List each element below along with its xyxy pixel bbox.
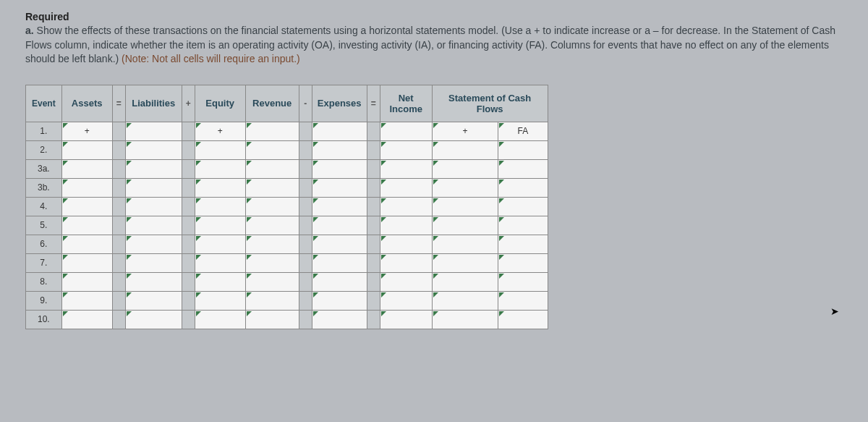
cursor-icon: ➤ xyxy=(830,305,839,317)
net-income-cell[interactable] xyxy=(380,216,432,235)
cash-amount-cell[interactable] xyxy=(432,235,498,253)
separator-cell xyxy=(112,178,125,197)
liabilities-cell[interactable] xyxy=(125,122,182,140)
cash-amount-cell[interactable] xyxy=(432,310,498,329)
liabilities-cell[interactable] xyxy=(125,197,182,216)
cash-type-cell[interactable] xyxy=(498,197,548,216)
cash-type-cell[interactable] xyxy=(498,291,548,310)
cash-amount-cell[interactable] xyxy=(432,140,498,159)
separator-cell xyxy=(367,197,380,216)
header-equals-1: = xyxy=(112,85,125,122)
cash-amount-cell[interactable] xyxy=(432,159,498,178)
assets-cell[interactable] xyxy=(61,216,112,235)
expenses-cell[interactable] xyxy=(312,253,367,272)
equity-cell[interactable] xyxy=(195,291,245,310)
assets-cell[interactable] xyxy=(61,159,112,178)
cash-type-cell[interactable] xyxy=(498,178,548,197)
assets-cell[interactable] xyxy=(61,178,112,197)
expenses-cell[interactable] xyxy=(312,310,367,329)
net-income-cell[interactable] xyxy=(380,140,432,159)
table-row: 2. xyxy=(26,140,548,159)
separator-cell xyxy=(182,140,195,159)
equity-cell[interactable] xyxy=(195,272,245,291)
expenses-cell[interactable] xyxy=(312,291,367,310)
cash-type-cell[interactable] xyxy=(498,216,548,235)
expenses-cell[interactable] xyxy=(312,159,367,178)
cash-amount-cell[interactable] xyxy=(432,272,498,291)
revenue-cell[interactable] xyxy=(245,197,299,216)
revenue-cell[interactable] xyxy=(245,272,299,291)
revenue-cell[interactable] xyxy=(245,122,299,140)
net-income-cell[interactable] xyxy=(380,178,432,197)
cash-amount-cell[interactable] xyxy=(432,197,498,216)
equity-cell[interactable] xyxy=(195,216,245,235)
cash-type-cell[interactable] xyxy=(498,159,548,178)
revenue-cell[interactable] xyxy=(245,140,299,159)
equity-cell[interactable]: + xyxy=(195,122,245,140)
header-assets: Assets xyxy=(61,85,112,122)
expenses-cell[interactable] xyxy=(312,140,367,159)
assets-cell[interactable] xyxy=(61,310,112,329)
revenue-cell[interactable] xyxy=(245,178,299,197)
expenses-cell[interactable] xyxy=(312,272,367,291)
liabilities-cell[interactable] xyxy=(125,272,182,291)
assets-cell[interactable] xyxy=(61,140,112,159)
net-income-cell[interactable] xyxy=(380,253,432,272)
equity-cell[interactable] xyxy=(195,235,245,253)
separator-cell xyxy=(112,140,125,159)
equity-cell[interactable] xyxy=(195,140,245,159)
cash-type-cell[interactable] xyxy=(498,310,548,329)
liabilities-cell[interactable] xyxy=(125,140,182,159)
expenses-cell[interactable] xyxy=(312,197,367,216)
net-income-cell[interactable] xyxy=(380,272,432,291)
separator-cell xyxy=(112,159,125,178)
net-income-cell[interactable] xyxy=(380,197,432,216)
cash-type-cell[interactable] xyxy=(498,272,548,291)
cash-type-cell[interactable]: FA xyxy=(498,122,548,140)
expenses-cell[interactable] xyxy=(312,122,367,140)
event-label: 2. xyxy=(26,140,62,159)
cash-type-cell[interactable] xyxy=(498,140,548,159)
assets-cell[interactable] xyxy=(61,197,112,216)
liabilities-cell[interactable] xyxy=(125,159,182,178)
cash-amount-cell[interactable]: + xyxy=(432,122,498,140)
assets-cell[interactable] xyxy=(61,235,112,253)
liabilities-cell[interactable] xyxy=(125,216,182,235)
net-income-cell[interactable] xyxy=(380,159,432,178)
expenses-cell[interactable] xyxy=(312,235,367,253)
net-income-cell[interactable] xyxy=(380,310,432,329)
equity-cell[interactable] xyxy=(195,178,245,197)
cash-amount-cell[interactable] xyxy=(432,178,498,197)
assets-cell[interactable] xyxy=(61,272,112,291)
cash-amount-cell[interactable] xyxy=(432,216,498,235)
expenses-cell[interactable] xyxy=(312,216,367,235)
cash-amount-cell[interactable] xyxy=(432,291,498,310)
liabilities-cell[interactable] xyxy=(125,235,182,253)
liabilities-cell[interactable] xyxy=(125,253,182,272)
cash-type-cell[interactable] xyxy=(498,253,548,272)
net-income-cell[interactable] xyxy=(380,235,432,253)
equity-cell[interactable] xyxy=(195,197,245,216)
separator-cell xyxy=(367,159,380,178)
liabilities-cell[interactable] xyxy=(125,178,182,197)
net-income-cell[interactable] xyxy=(380,122,432,140)
revenue-cell[interactable] xyxy=(245,253,299,272)
cash-type-cell[interactable] xyxy=(498,235,548,253)
revenue-cell[interactable] xyxy=(245,310,299,329)
equity-cell[interactable] xyxy=(195,310,245,329)
revenue-cell[interactable] xyxy=(245,291,299,310)
revenue-cell[interactable] xyxy=(245,159,299,178)
assets-cell[interactable]: + xyxy=(61,122,112,140)
net-income-cell[interactable] xyxy=(380,291,432,310)
cash-amount-cell[interactable] xyxy=(432,253,498,272)
equity-cell[interactable] xyxy=(195,253,245,272)
expenses-cell[interactable] xyxy=(312,178,367,197)
table-row: 3b. xyxy=(26,178,548,197)
liabilities-cell[interactable] xyxy=(125,310,182,329)
liabilities-cell[interactable] xyxy=(125,291,182,310)
assets-cell[interactable] xyxy=(61,253,112,272)
assets-cell[interactable] xyxy=(61,291,112,310)
revenue-cell[interactable] xyxy=(245,235,299,253)
revenue-cell[interactable] xyxy=(245,216,299,235)
equity-cell[interactable] xyxy=(195,159,245,178)
